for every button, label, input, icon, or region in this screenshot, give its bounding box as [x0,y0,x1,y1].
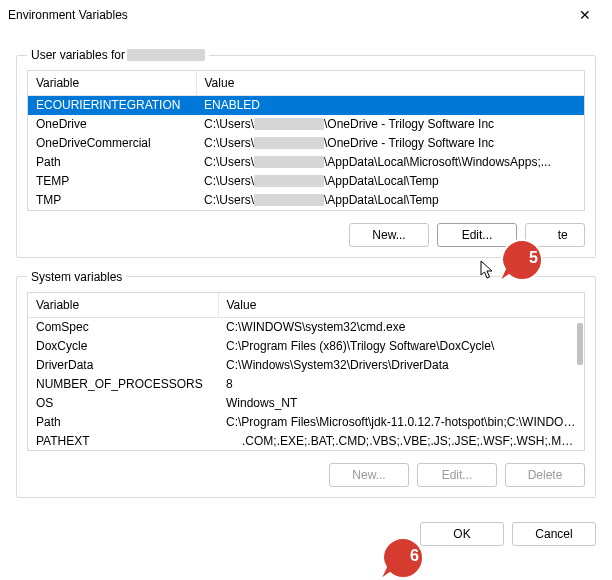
system-new-button[interactable]: New... [329,463,409,487]
col-header-value[interactable]: Value [218,293,584,318]
table-header-row: Variable Value [28,71,584,96]
col-header-variable[interactable]: Variable [28,293,218,318]
cell-var: TMP [28,191,196,210]
ok-button[interactable]: OK [420,522,504,546]
cell-var: DriverData [28,355,218,374]
cell-val: C:\Users\\AppData\Local\Microsoft\Window… [196,153,584,172]
col-header-variable[interactable]: Variable [28,71,196,96]
cell-val: .COM;.EXE;.BAT;.CMD;.VBS;.VBE;.JS;.JSE;.… [218,431,584,450]
user-variables-legend: User variables for [27,48,209,62]
cell-var: ECOURIERINTEGRATION [28,96,196,115]
delete-partial: te [558,228,568,242]
cancel-button[interactable]: Cancel [512,522,596,546]
cell-val: C:\Users\\OneDrive - Trilogy Software In… [196,134,584,153]
table-row[interactable]: TEMP C:\Users\\AppData\Local\Temp [28,172,584,191]
system-variables-table[interactable]: Variable Value ComSpecC:\WINDOWS\system3… [28,293,584,451]
close-icon[interactable]: ✕ [570,7,600,23]
legend-prefix: User variables for [31,48,125,62]
cell-var: Path [28,412,218,431]
scrollbar-thumb[interactable] [577,323,583,365]
cell-val: ENABLED [196,96,584,115]
system-edit-button[interactable]: Edit... [417,463,497,487]
user-variables-table[interactable]: Variable Value ECOURIERINTEGRATION ENABL… [28,71,584,210]
table-row[interactable]: TMP C:\Users\\AppData\Local\Temp [28,191,584,210]
cell-var: DoxCycle [28,336,218,355]
cell-var: OS [28,393,218,412]
titlebar: Environment Variables ✕ [0,0,612,30]
table-row[interactable]: DoxCycleC:\Program Files (x86)\Trilogy S… [28,336,584,355]
user-delete-button[interactable]: Dete [525,223,585,247]
redacted-text [254,175,324,187]
cell-val: C:\Program Files (x86)\Trilogy Software\… [218,336,584,355]
cell-val: C:\Windows\System32\Drivers\DriverData [218,355,584,374]
redacted-username [127,49,205,61]
table-row[interactable]: OneDrive C:\Users\\OneDrive - Trilogy So… [28,115,584,134]
redacted-text [254,194,324,206]
window-title: Environment Variables [8,8,128,22]
dialog-button-row: OK Cancel [0,506,612,556]
redacted-text [254,156,324,168]
user-button-row: New... Edit... Dete [27,223,585,247]
cell-val: C:\Program Files\Microsoft\jdk-11.0.12.7… [218,412,584,431]
cell-val: C:\WINDOWS\system32\cmd.exe [218,317,584,336]
redacted-text [254,118,324,130]
user-edit-button[interactable]: Edit... [437,223,517,247]
cell-val: Windows_NT [218,393,584,412]
user-variables-group: User variables for Variable Value ECOURI… [16,48,596,258]
cell-val: 8 [218,374,584,393]
cell-var: OneDrive [28,115,196,134]
table-row[interactable]: PathC:\Program Files\Microsoft\jdk-11.0.… [28,412,584,431]
redacted-text [254,137,324,149]
cell-val: C:\Users\\AppData\Local\Temp [196,191,584,210]
table-row[interactable]: DriverDataC:\Windows\System32\Drivers\Dr… [28,355,584,374]
col-header-value[interactable]: Value [196,71,584,96]
cell-var: Path [28,153,196,172]
table-header-row: Variable Value [28,293,584,318]
table-row[interactable]: Path C:\Users\\AppData\Local\Microsoft\W… [28,153,584,172]
cell-val: C:\Users\\OneDrive - Trilogy Software In… [196,115,584,134]
table-row[interactable]: NUMBER_OF_PROCESSORS8 [28,374,584,393]
cell-var: OneDriveCommercial [28,134,196,153]
cell-var: TEMP [28,172,196,191]
cell-var: ComSpec [28,317,218,336]
table-row[interactable]: PATHEXT.COM;.EXE;.BAT;.CMD;.VBS;.VBE;.JS… [28,431,584,450]
system-button-row: New... Edit... Delete [27,463,585,487]
table-row[interactable]: OSWindows_NT [28,393,584,412]
user-new-button[interactable]: New... [349,223,429,247]
user-variables-table-wrap: Variable Value ECOURIERINTEGRATION ENABL… [27,70,585,211]
cell-val: C:\Users\\AppData\Local\Temp [196,172,584,191]
cell-var: NUMBER_OF_PROCESSORS [28,374,218,393]
dialog-content: User variables for Variable Value ECOURI… [0,30,612,498]
system-variables-legend: System variables [27,270,126,284]
table-row[interactable]: ComSpecC:\WINDOWS\system32\cmd.exe [28,317,584,336]
system-variables-table-wrap: Variable Value ComSpecC:\WINDOWS\system3… [27,292,585,452]
cell-var: PATHEXT [28,431,218,450]
system-delete-button[interactable]: Delete [505,463,585,487]
system-variables-group: System variables Variable Value ComSpecC… [16,270,596,499]
table-row[interactable]: ECOURIERINTEGRATION ENABLED [28,96,584,115]
table-row[interactable]: OneDriveCommercial C:\Users\\OneDrive - … [28,134,584,153]
